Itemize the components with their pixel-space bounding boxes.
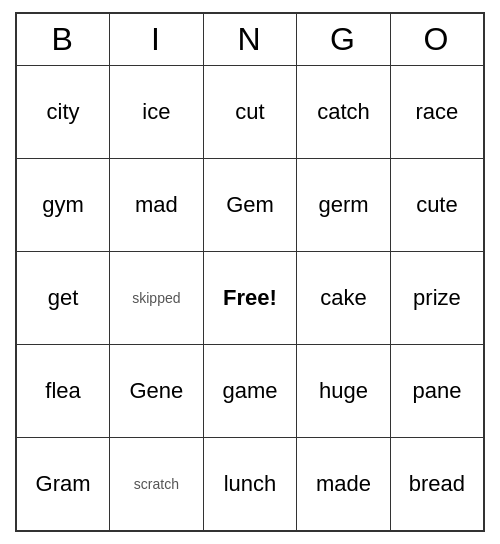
- bingo-cell-3-0: flea: [16, 345, 110, 438]
- bingo-cell-0-4: race: [390, 65, 484, 158]
- bingo-cell-2-0: get: [16, 251, 110, 344]
- bingo-row-3: fleaGenegamehugepane: [16, 345, 484, 438]
- bingo-cell-4-1: scratch: [110, 438, 204, 531]
- bingo-cell-4-4: bread: [390, 438, 484, 531]
- bingo-cell-2-1: skipped: [110, 251, 204, 344]
- bingo-cell-1-0: gym: [16, 158, 110, 251]
- bingo-cell-3-2: game: [203, 345, 297, 438]
- bingo-card: BINGO cityicecutcatchracegymmadGemgermcu…: [15, 12, 485, 532]
- bingo-header-row: BINGO: [16, 13, 484, 65]
- header-col-i: I: [110, 13, 204, 65]
- bingo-row-0: cityicecutcatchrace: [16, 65, 484, 158]
- bingo-cell-4-2: lunch: [203, 438, 297, 531]
- bingo-cell-0-0: city: [16, 65, 110, 158]
- header-col-g: G: [297, 13, 391, 65]
- bingo-cell-3-3: huge: [297, 345, 391, 438]
- bingo-cell-4-3: made: [297, 438, 391, 531]
- bingo-cell-1-4: cute: [390, 158, 484, 251]
- bingo-row-4: Gramscratchlunchmadebread: [16, 438, 484, 531]
- bingo-cell-1-3: germ: [297, 158, 391, 251]
- bingo-cell-1-1: mad: [110, 158, 204, 251]
- bingo-cell-4-0: Gram: [16, 438, 110, 531]
- bingo-cell-2-4: prize: [390, 251, 484, 344]
- bingo-cell-1-2: Gem: [203, 158, 297, 251]
- header-col-b: B: [16, 13, 110, 65]
- header-col-o: O: [390, 13, 484, 65]
- bingo-cell-3-1: Gene: [110, 345, 204, 438]
- bingo-row-1: gymmadGemgermcute: [16, 158, 484, 251]
- header-col-n: N: [203, 13, 297, 65]
- bingo-cell-2-3: cake: [297, 251, 391, 344]
- bingo-cell-2-2: Free!: [203, 251, 297, 344]
- bingo-body: cityicecutcatchracegymmadGemgermcutegets…: [16, 65, 484, 531]
- bingo-cell-0-1: ice: [110, 65, 204, 158]
- bingo-cell-0-2: cut: [203, 65, 297, 158]
- bingo-row-2: getskippedFree!cakeprize: [16, 251, 484, 344]
- bingo-cell-3-4: pane: [390, 345, 484, 438]
- bingo-cell-0-3: catch: [297, 65, 391, 158]
